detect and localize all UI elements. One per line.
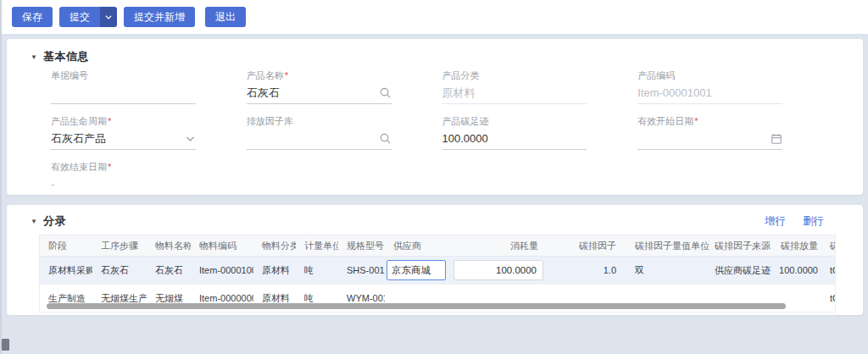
- cell-spec-model[interactable]: WYM-001: [338, 293, 385, 303]
- chevron-down-icon[interactable]: [185, 133, 196, 144]
- table-row[interactable]: 原材料采购 石灰石 石灰石 Item-00001001 原材料 吨 SHS-00…: [40, 257, 836, 285]
- field-product-category: 产品分类 原材料: [442, 69, 587, 104]
- exit-button[interactable]: 退出: [205, 7, 246, 27]
- field-valid-start-date: 有效开始日期: [637, 115, 782, 150]
- cell-material-code[interactable]: Item-00001001: [191, 265, 253, 275]
- cell-carbon-emission-unit[interactable]: tCO2e: [821, 293, 836, 303]
- submit-dropdown-toggle[interactable]: [100, 7, 117, 27]
- submit-and-new-button[interactable]: 提交并新增: [124, 7, 195, 27]
- cell-material-code[interactable]: Item-00000001: [191, 293, 253, 303]
- cell-stage[interactable]: 原材料采购: [40, 264, 92, 277]
- field-label: 排放因子库: [247, 115, 392, 128]
- field-label: 产品碳足迹: [442, 115, 587, 128]
- field-product-carbon-footprint: 产品碳足迹 100.0000: [442, 115, 587, 150]
- cell-supplier: [385, 260, 450, 280]
- horizontal-scrollbar-thumb[interactable]: [47, 303, 786, 309]
- entries-table: 阶段 工序步骤 物料名称 物料编码 物料分类 计量单位 规格型号 供应商 消耗量…: [39, 235, 836, 313]
- search-icon[interactable]: [379, 132, 392, 145]
- page-content: ▼ 基本信息 单据编号 产品名称 石灰石 产品分类: [2, 34, 868, 315]
- product-category-input: 原材料: [442, 82, 587, 104]
- entries-card: ▼ 分录 增行 删行 阶段 工序步骤 物料名称 物料编码 物料分类 计量单位 规…: [7, 205, 863, 315]
- field-label: 产品编码: [637, 69, 782, 82]
- column-header: 碳排因子量值单位: [623, 240, 711, 252]
- field-product-name: 产品名称 石灰石: [247, 69, 392, 104]
- field-label: 产品分类: [442, 69, 587, 82]
- valid-start-date-input[interactable]: [637, 128, 782, 150]
- submit-split-button: 提交: [59, 7, 117, 27]
- section-title: 基本信息: [43, 49, 89, 64]
- cell-carbon-factor-unit[interactable]: 双: [623, 264, 711, 277]
- field-valid-end-date: 有效结束日期 -: [51, 161, 196, 196]
- submit-button[interactable]: 提交: [59, 7, 100, 27]
- valid-end-date-input: -: [51, 174, 196, 196]
- cell-spec-model[interactable]: SHS-001: [338, 265, 385, 275]
- product-code-input: Item-00001001: [637, 82, 782, 104]
- emission-factor-library-input[interactable]: [247, 128, 392, 150]
- section-title: 分录: [43, 213, 66, 229]
- column-header: 碳排放量: [777, 240, 821, 252]
- column-header: 碳排放量单位: [821, 240, 836, 252]
- cell-material-category[interactable]: 原材料: [253, 264, 296, 277]
- search-icon[interactable]: [379, 86, 392, 99]
- column-header: 规格型号: [338, 240, 385, 252]
- column-header: 碳排因子来源: [711, 240, 777, 252]
- column-header: 消耗量: [450, 240, 545, 252]
- table-header-row: 阶段 工序步骤 物料名称 物料编码 物料分类 计量单位 规格型号 供应商 消耗量…: [40, 235, 836, 257]
- product-carbon-footprint-input[interactable]: 100.0000: [442, 128, 587, 150]
- cell-carbon-emission[interactable]: 100.0000: [777, 265, 821, 275]
- cell-unit[interactable]: 吨: [296, 264, 338, 277]
- cell-carbon-factor[interactable]: 1.0: [545, 265, 623, 275]
- cell-carbon-factor-source[interactable]: 供应商碳足迹: [711, 264, 777, 277]
- product-lifecycle-select[interactable]: 石灰石产品: [51, 128, 196, 150]
- horizontal-scrollbar: [42, 303, 839, 309]
- scroll-nub: [2, 339, 9, 351]
- cell-process-step[interactable]: 石灰石: [92, 264, 147, 277]
- column-header: 物料编码: [191, 240, 253, 252]
- column-header: 物料分类: [253, 240, 296, 252]
- cell-carbon-emission-unit[interactable]: tCO2e: [821, 265, 836, 275]
- entries-section-head: ▼ 分录 增行 删行: [7, 211, 863, 231]
- column-header: 工序步骤: [92, 240, 147, 252]
- field-document-number: 单据编号: [51, 69, 196, 104]
- field-label: 产品生命周期: [51, 115, 196, 128]
- supplier-input[interactable]: [387, 260, 446, 280]
- field-label: 有效结束日期: [51, 161, 196, 174]
- cell-consumption: [450, 260, 545, 280]
- basic-info-form: 单据编号 产品名称 石灰石 产品分类 原材料: [51, 69, 782, 196]
- field-emission-factor-library: 排放因子库: [247, 115, 392, 150]
- field-product-lifecycle: 产品生命周期 石灰石产品: [51, 115, 196, 150]
- toolbar: 保存 提交 提交并新增 退出: [2, 0, 868, 34]
- collapse-arrow-icon[interactable]: ▼: [31, 53, 37, 61]
- field-label: 单据编号: [51, 69, 196, 82]
- column-header: 计量单位: [296, 240, 338, 252]
- add-row-button[interactable]: 增行: [765, 214, 786, 229]
- collapse-arrow-icon[interactable]: ▼: [31, 218, 37, 225]
- field-label: 有效开始日期: [637, 115, 782, 128]
- column-header: 碳排因子: [545, 240, 623, 252]
- consumption-input[interactable]: [453, 260, 543, 280]
- field-product-code: 产品编码 Item-00001001: [637, 69, 782, 104]
- delete-row-button[interactable]: 删行: [803, 214, 824, 229]
- calendar-icon[interactable]: [771, 133, 782, 145]
- chevron-down-icon: [104, 9, 113, 25]
- basic-info-section-head: ▼ 基本信息: [31, 47, 782, 66]
- field-label: 产品名称: [247, 69, 392, 82]
- column-header: 供应商: [385, 240, 450, 252]
- save-button[interactable]: 保存: [12, 7, 53, 27]
- cell-material-name[interactable]: 石灰石: [147, 264, 191, 277]
- product-name-input[interactable]: 石灰石: [247, 82, 392, 104]
- column-header: 阶段: [40, 240, 92, 252]
- document-number-input[interactable]: [51, 82, 196, 104]
- column-header: 物料名称: [147, 240, 191, 252]
- basic-info-card: ▼ 基本信息 单据编号 产品名称 石灰石 产品分类: [7, 39, 863, 195]
